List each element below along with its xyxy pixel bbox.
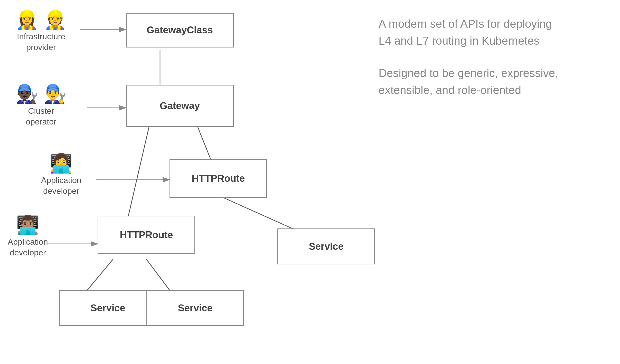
app-dev-top-person: 👩‍💻 Applicationdeveloper <box>41 154 81 196</box>
cluster-operator-person: 👨🏿‍🔧 👨‍🔧 Clusteroperator <box>15 85 67 127</box>
service-center-label: Service <box>178 303 212 314</box>
service-center-box: Service <box>146 290 244 326</box>
service-right-label: Service <box>309 241 343 252</box>
httproute-top-box: HTTPRoute <box>170 159 267 198</box>
app-dev-top-emoji: 👩‍💻 <box>50 154 73 173</box>
httproute-bottom-label: HTTPRoute <box>120 229 173 241</box>
app-dev-top-label: Applicationdeveloper <box>41 175 81 196</box>
gatewayclass-label: GatewayClass <box>147 25 213 36</box>
gateway-label: Gateway <box>160 100 200 111</box>
cluster-operator-emoji: 👨🏿‍🔧 👨‍🔧 <box>15 85 67 103</box>
app-dev-bottom-label: Applicationdeveloper <box>8 237 48 258</box>
app-dev-bottom-person: 👨🏽‍💻 Applicationdeveloper <box>8 216 48 258</box>
info-text-container: A modern set of APIs for deploying L4 an… <box>379 15 589 99</box>
service-left-box: Service <box>59 290 157 326</box>
infra-provider-person: 👷‍♀️ 👷 Infrastructureprovider <box>15 10 67 53</box>
svg-line-6 <box>198 127 211 159</box>
infra-provider-emoji: 👷‍♀️ 👷 <box>15 10 67 29</box>
httproute-top-label: HTTPRoute <box>192 173 245 184</box>
svg-line-7 <box>128 127 149 216</box>
service-right-box: Service <box>277 228 375 264</box>
diagram-container: GatewayClass Gateway HTTPRoute HTTPRoute… <box>0 0 620 364</box>
service-left-label: Service <box>90 303 125 314</box>
httproute-bottom-box: HTTPRoute <box>98 216 195 254</box>
svg-line-10 <box>146 259 170 290</box>
info-line2: Designed to be generic, expressive, exte… <box>379 65 589 99</box>
info-line1: A modern set of APIs for deploying L4 an… <box>379 15 589 49</box>
gateway-box: Gateway <box>126 85 234 127</box>
infra-provider-label: Infrastructureprovider <box>17 31 65 53</box>
svg-line-8 <box>223 198 298 231</box>
svg-line-9 <box>87 259 113 290</box>
gatewayclass-box: GatewayClass <box>126 13 234 47</box>
app-dev-bottom-emoji: 👨🏽‍💻 <box>16 216 39 234</box>
cluster-operator-label: Clusteroperator <box>26 106 56 127</box>
